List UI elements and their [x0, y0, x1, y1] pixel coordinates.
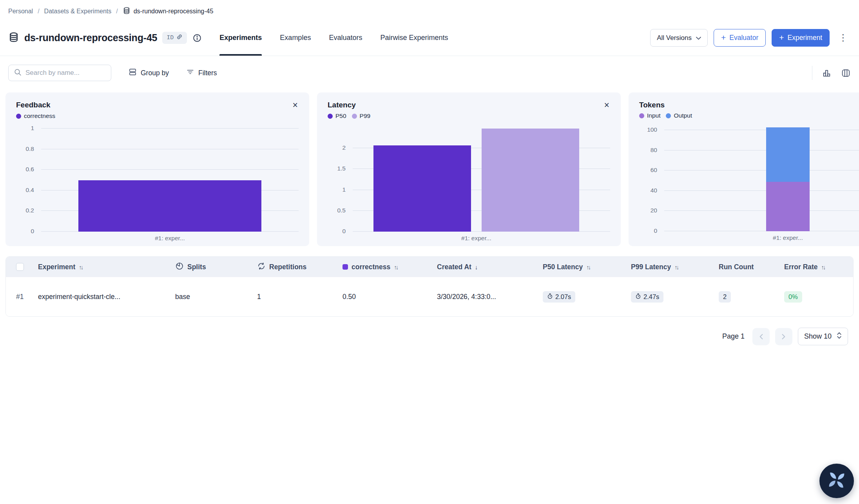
legend-item: P99 [352, 112, 371, 120]
gridline: 20 [664, 210, 859, 211]
breadcrumb-datasets[interactable]: Datasets & Experiments [44, 8, 112, 15]
breadcrumb-current[interactable]: ds-rundown-reprocessing-45 [123, 7, 214, 16]
column-header-repetitions[interactable]: Repetitions [257, 262, 343, 272]
breadcrumb-personal[interactable]: Personal [8, 8, 33, 15]
group-by-icon [129, 68, 137, 78]
y-tick-label: 40 [651, 187, 657, 194]
chart-title: Tokens [639, 101, 665, 109]
more-options-kebab-icon[interactable]: ⋮ [835, 31, 851, 45]
close-icon[interactable]: × [603, 101, 610, 110]
bar-chart: 00.20.40.60.81 #1: exper... [16, 127, 299, 242]
add-experiment-button[interactable]: + Experiment [772, 29, 830, 47]
y-tick-label: 0.5 [337, 207, 346, 214]
database-icon [123, 7, 130, 16]
stopwatch-icon [547, 293, 553, 301]
error-rate-badge: 0% [784, 291, 802, 303]
previous-page-button[interactable] [752, 328, 770, 345]
p99-latency-badge: 2.47s [631, 291, 663, 303]
tab-evaluators[interactable]: Evaluators [329, 20, 362, 56]
sort-icon[interactable]: ↑↓ [821, 264, 825, 270]
column-header-experiment[interactable]: Experiment ↑↓ [38, 263, 175, 271]
chart-legend: InputOutput [639, 112, 859, 119]
y-tick-label: 80 [651, 147, 657, 154]
sort-desc-icon[interactable]: ↓ [475, 264, 478, 270]
all-versions-label: All Versions [657, 34, 692, 42]
x-axis-label: #1: exper... [461, 235, 491, 242]
latency-chart-card: Latency × P50P99 00.511.52 #1: exper... [317, 92, 621, 246]
row-index: #1 [16, 293, 38, 301]
gridline: 80 [664, 150, 859, 150]
id-badge-label: ID [167, 34, 174, 41]
y-tick-label: 0 [654, 227, 657, 234]
column-settings-icon[interactable] [841, 68, 851, 78]
page-size-select[interactable]: Show 10 [798, 328, 848, 345]
id-copy-badge[interactable]: ID [162, 32, 187, 44]
repeat-icon [257, 262, 266, 272]
repetitions-cell: 1 [257, 293, 343, 301]
column-header-correctness[interactable]: correctness ↑↓ [343, 263, 437, 271]
all-versions-dropdown[interactable]: All Versions [650, 29, 708, 47]
gridline: 1 [41, 128, 299, 129]
add-evaluator-label: Evaluator [729, 34, 758, 42]
column-header-p50-latency[interactable]: P50 Latency ↑↓ [543, 263, 631, 271]
search-box[interactable] [8, 65, 111, 81]
sort-icon[interactable]: ↑↓ [674, 264, 678, 270]
add-experiment-label: Experiment [787, 34, 822, 42]
stopwatch-icon [635, 293, 641, 301]
y-tick-label: 1.5 [337, 165, 346, 172]
assistant-widget-button[interactable] [819, 464, 854, 498]
tab-bar: Experiments Examples Evaluators Pairwise… [219, 20, 448, 56]
x-axis-label: #1: exper... [773, 234, 803, 241]
spinner-chevrons-icon [837, 332, 842, 341]
page-header: ds-rundown-reprocessing-45 ID Experiment… [0, 20, 859, 56]
tab-pairwise-experiments[interactable]: Pairwise Experiments [380, 20, 448, 56]
column-header-error-rate[interactable]: Error Rate ↑↓ [784, 263, 853, 271]
x-axis-label: #1: exper... [155, 235, 185, 242]
tab-examples[interactable]: Examples [280, 20, 311, 56]
next-page-button[interactable] [775, 328, 792, 345]
sort-icon[interactable]: ↑↓ [394, 264, 397, 270]
add-evaluator-button[interactable]: + Evaluator [714, 29, 766, 47]
toggle-charts-icon[interactable] [822, 68, 832, 78]
column-header-splits[interactable]: Splits [175, 262, 257, 272]
pagination: Page 1 Show 10 [0, 328, 848, 345]
table-row[interactable]: #1 experiment-quickstart-cle... base 1 0… [6, 277, 853, 316]
splits-cell: base [175, 293, 257, 301]
column-header-created-at[interactable]: Created At ↓ [437, 263, 543, 271]
y-tick-label: 0.2 [25, 207, 34, 214]
divider [812, 66, 812, 80]
page: Personal / Datasets & Experiments / ds-r… [0, 0, 859, 504]
bar-p50 [373, 145, 471, 232]
experiment-name-link[interactable]: experiment-quickstart-cle... [38, 293, 175, 301]
toolbar-right [812, 66, 851, 80]
y-tick-label: 1 [31, 125, 34, 132]
column-header-p99-latency[interactable]: P99 Latency ↑↓ [631, 263, 719, 271]
filters-button[interactable]: Filters [186, 68, 217, 78]
group-by-label: Group by [141, 69, 169, 77]
chevron-down-icon [696, 34, 701, 42]
chart-title: Latency [328, 101, 356, 109]
group-by-button[interactable]: Group by [129, 68, 169, 78]
tab-experiments[interactable]: Experiments [219, 20, 262, 56]
sort-icon[interactable]: ↑↓ [586, 264, 590, 270]
sort-icon[interactable]: ↑↓ [79, 264, 82, 270]
legend-item: correctness [16, 112, 55, 120]
bar-chart: 00.511.52 #1: exper... [328, 127, 610, 242]
feedback-chart-card: Feedback × correctness 00.20.40.60.81 #1… [5, 92, 309, 246]
search-input[interactable] [25, 69, 112, 77]
database-icon [8, 32, 19, 44]
bar-correctness [78, 180, 261, 232]
chart-legend: P50P99 [328, 112, 610, 120]
created-at-cell: 3/30/2026, 4:33:0... [437, 293, 543, 301]
info-icon[interactable] [193, 34, 201, 42]
title-block: ds-rundown-reprocessing-45 ID [8, 20, 201, 56]
metric-swatch-icon [343, 264, 348, 270]
close-icon[interactable]: × [292, 101, 299, 110]
header-actions: All Versions + Evaluator + Experiment ⋮ [650, 20, 851, 56]
chart-legend: correctness [16, 112, 299, 120]
legend-dot-icon [352, 114, 357, 119]
y-tick-label: 100 [647, 126, 657, 133]
select-all-checkbox[interactable] [16, 263, 24, 271]
y-tick-label: 0 [342, 228, 346, 235]
stacked-bar-chart: 020406080100 #1: exper... [639, 126, 859, 241]
